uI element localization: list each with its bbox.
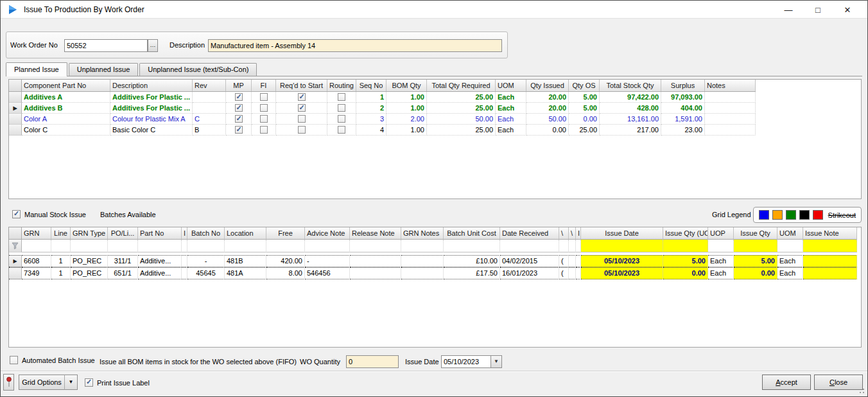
grid-cell[interactable]: 1 [51,267,71,279]
grid-cell[interactable] [401,255,444,267]
grid-cell[interactable]: Each [496,103,526,114]
automated-batch-issue-checkbox[interactable]: Automated Batch Issue [10,356,95,364]
grid-cell[interactable]: 23.00 [661,125,705,136]
column-header[interactable]: Location [225,227,266,240]
minimize-icon[interactable]: — [774,1,803,19]
grid-cell[interactable]: 7349 [22,267,51,279]
grid-cell[interactable] [705,103,756,114]
filter-cell[interactable] [708,240,734,252]
column-header[interactable]: Req'd to Start [276,80,327,92]
grid-cell[interactable] [569,267,576,279]
filter-cell[interactable] [225,240,266,252]
checkbox-icon[interactable] [235,115,243,123]
grid-options-button[interactable]: Grid Options [19,375,65,390]
grid-cell[interactable]: Each [777,267,803,279]
grid-cell[interactable] [276,114,327,125]
grid-cell[interactable]: Additive... [138,267,182,279]
grid-cell[interactable]: 4 [356,125,386,136]
column-header[interactable]: Free [266,227,305,240]
grid-cell[interactable]: 0.00 [663,267,708,279]
grid-cell[interactable] [569,255,576,267]
grid-cell[interactable]: 1 [356,92,386,103]
grid-cell[interactable] [576,267,581,279]
grid-cell[interactable]: 16/01/2023 [500,267,559,279]
checkbox-icon[interactable] [298,115,306,123]
close-icon[interactable]: ✕ [833,1,862,19]
grid-cell[interactable]: 1,591.00 [661,114,705,125]
grid-options-dropdown-button[interactable]: ▼ [64,375,78,390]
description-input[interactable] [208,39,502,52]
grid-cell[interactable]: ( [559,255,569,267]
grid-cell[interactable] [252,92,276,103]
grid-cell[interactable] [350,267,401,279]
grid-cell[interactable] [803,267,857,279]
filter-cell[interactable] [305,240,350,252]
grid-cell[interactable] [276,125,327,136]
checkbox-icon[interactable] [298,104,306,112]
checkbox-icon[interactable] [260,115,268,123]
grid-cell[interactable] [327,92,356,103]
grid-cell[interactable] [705,114,756,125]
maximize-icon[interactable]: □ [803,1,833,19]
grid-cell[interactable]: Colour for Plastic Mix A [110,114,193,125]
grid-cell[interactable]: 2 [356,103,386,114]
grid-cell[interactable] [252,114,276,125]
grid-cell[interactable]: ( [559,267,569,279]
grid-cell[interactable]: 1.00 [386,103,427,114]
checkbox-icon[interactable] [10,356,18,364]
filter-cell[interactable] [803,240,857,252]
grid-cell[interactable]: 651/1 [108,267,138,279]
grid-cell[interactable]: 5.00 [569,103,600,114]
grid-cell[interactable] [276,92,327,103]
grid-cell[interactable]: 50.00 [427,114,496,125]
tab-unplanned-issue-text-subcon[interactable]: Unplanned Issue (text/Sub-Con) [139,63,257,76]
grid-cell[interactable]: Each [708,267,734,279]
column-header[interactable]: I [182,227,187,240]
column-header[interactable]: Date Received [500,227,559,240]
column-header[interactable]: UOM [496,80,526,92]
column-header[interactable]: Seq No [356,80,386,92]
grid-cell[interactable]: Additives For Plastic ... [110,92,193,103]
column-header[interactable]: UOM [777,227,803,240]
grid-cell[interactable]: 5.00 [569,92,600,103]
grid-cell[interactable]: 25.00 [427,103,496,114]
checkbox-icon[interactable] [338,104,345,112]
column-header[interactable]: Issue Qty (UOP) [663,227,708,240]
grid-cell[interactable]: 546456 [305,267,350,279]
filter-cell[interactable] [108,240,138,252]
grid-cell[interactable] [803,255,857,267]
grid-cell[interactable]: 0.00 [569,114,600,125]
grid-cell[interactable]: Each [496,92,526,103]
column-header[interactable]: FI [252,80,276,92]
column-header[interactable]: MP [226,80,252,92]
grid-cell[interactable]: Additive... [138,255,182,267]
column-header[interactable]: Release Note [350,227,401,240]
grid-cell[interactable]: 3 [356,114,386,125]
column-header[interactable]: Batch Unit Cost [444,227,500,240]
row-header[interactable] [9,92,22,103]
column-header[interactable]: Surplus [661,80,705,92]
grid-cell[interactable]: 04/02/2015 [500,255,559,267]
grid-cell[interactable]: Additives For Plastic ... [110,103,193,114]
work-order-browse-button[interactable]: … [148,39,158,52]
accept-button[interactable]: Accept [762,375,811,390]
checkbox-icon[interactable] [338,93,345,101]
grid-cell[interactable]: Each [777,255,803,267]
grid-cell[interactable]: 1 [51,255,71,267]
grid-cell[interactable] [226,92,252,103]
grid-cell[interactable]: Color C [22,125,110,136]
grid-cell[interactable] [182,255,187,267]
selected-row-indicator[interactable]: ▶ [9,255,22,267]
grid-cell[interactable]: 97,093.00 [661,92,705,103]
grid-cell[interactable] [576,255,581,267]
wo-quantity-input[interactable] [346,355,399,368]
column-header[interactable]: UOP [708,227,734,240]
grid-cell[interactable]: 2.00 [386,114,427,125]
grid-cell[interactable]: 97,422.00 [600,92,661,103]
checkbox-icon[interactable] [338,115,345,123]
column-header[interactable]: Rev [193,80,226,92]
grid-cell[interactable] [193,103,226,114]
column-header[interactable]: GRN Type [71,227,108,240]
column-header[interactable]: GRN Notes [401,227,444,240]
column-header[interactable]: Issue Qty [734,227,777,240]
